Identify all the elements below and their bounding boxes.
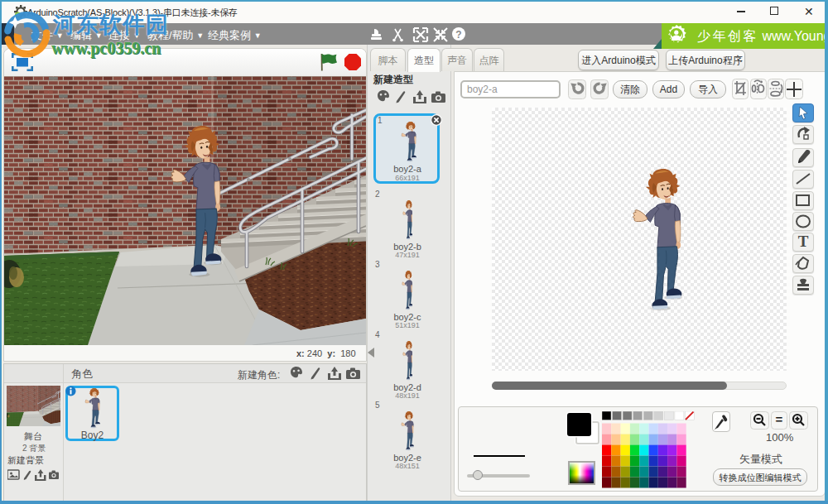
svg-text:=: = xyxy=(776,412,783,426)
svg-text:?: ? xyxy=(455,29,461,41)
svg-text:T: T xyxy=(798,233,809,250)
